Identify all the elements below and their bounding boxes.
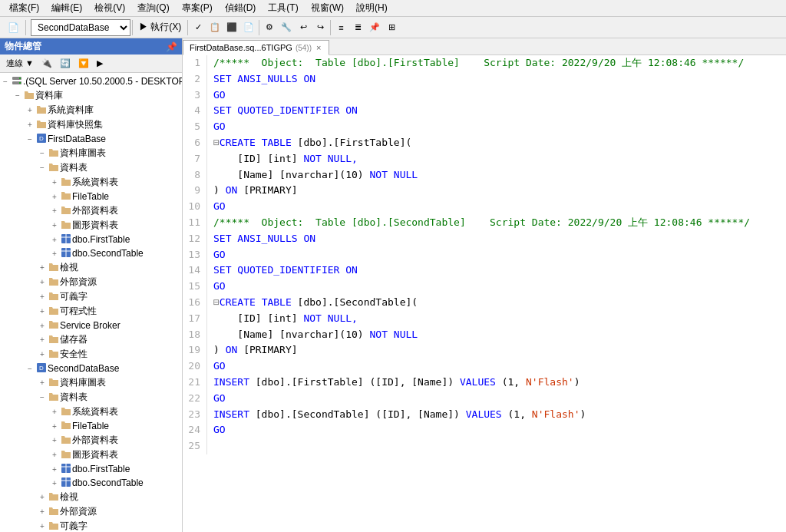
menu-query[interactable]: 查詢(Q) [131,1,175,15]
line-content[interactable]: SET ANSI_NULLS ON [213,231,786,247]
tree-item[interactable]: −D FirstDataBase [0,132,182,146]
menu-window[interactable]: 視窗(W) [305,1,350,15]
tree-item[interactable]: − 資料庫 [0,88,182,103]
tree-item[interactable]: + 外部資源 [0,504,182,519]
tree-item[interactable]: + dbo.SecondTable [0,476,182,490]
tree-item[interactable]: − .(SQL Server 10.50.2000.5 - DESKTOP-P6… [0,74,182,88]
tree-expand-icon[interactable]: + [37,350,48,359]
toolbar-icon-9[interactable]: ≡ [332,19,349,36]
menu-view[interactable]: 檢視(V) [88,1,131,15]
tree-item[interactable]: + 外部資料表 [0,433,182,448]
line-content[interactable]: [ID] [int] NOT NULL, [213,151,786,167]
toolbar-icon-10[interactable]: ≣ [349,19,366,36]
tree-expand-icon[interactable]: + [37,278,48,286]
toolbar-icon-5[interactable]: ⚙ [261,19,278,36]
line-content[interactable]: SET QUOTED_IDENTIFIER ON [213,263,786,279]
tree-item[interactable]: + 可程式性 [0,304,182,319]
toolbar-icon-2[interactable]: 📋 [206,19,223,36]
toolbar-icon-7[interactable]: ↩ [295,19,312,36]
tree-item[interactable]: + 安全性 [0,347,182,362]
tree-expand-icon[interactable]: + [37,322,48,330]
toolbar-icon-1[interactable]: ✓ [190,19,206,36]
tree-item[interactable]: − 資料庫圖表 [0,146,182,160]
tree-item[interactable]: + FileTable [0,419,182,433]
tree-item[interactable]: − 資料表 [0,390,182,405]
tree-item[interactable]: + 檢視 [0,490,182,504]
menu-tools[interactable]: 工具(T) [262,1,304,15]
tree-expand-icon[interactable]: + [49,249,60,258]
tree-expand-icon[interactable]: − [25,365,35,373]
tree-item[interactable]: + dbo.FirstTable [0,233,182,246]
tree-item[interactable]: + 檢視 [0,260,182,275]
tree-item[interactable]: + 外部資源 [0,275,182,289]
tree-item[interactable]: + 外部資料表 [0,203,182,218]
line-content[interactable]: INSERT [dbo].[SecondTable] ([ID], [Name]… [213,407,786,423]
tree-expand-icon[interactable]: + [49,207,60,215]
expand-button[interactable]: ▶ [94,57,106,70]
line-content[interactable]: GO [213,247,786,263]
toolbar-newquery[interactable]: 📄 [3,21,24,35]
tree-expand-icon[interactable]: − [37,393,48,401]
tree-item[interactable]: − 資料表 [0,160,182,175]
toolbar-icon-3[interactable]: ⬛ [223,19,240,36]
line-content[interactable]: GO [213,422,786,438]
line-content[interactable]: GO [213,279,786,295]
line-content[interactable]: SET QUOTED_IDENTIFIER ON [213,103,786,119]
tree-expand-icon[interactable]: + [49,408,60,416]
execute-button[interactable]: ▶ 執行(X) [134,19,186,35]
tree-item[interactable]: + 系統資料庫 [0,103,182,117]
tree-expand-icon[interactable]: + [49,465,60,474]
line-content[interactable] [213,438,786,454]
line-content[interactable]: ⊟CREATE TABLE [dbo].[FirstTable]( [213,135,786,151]
tree-expand-icon[interactable]: + [49,236,60,244]
tree-item[interactable]: + Service Broker [0,319,182,332]
line-content[interactable]: GO [213,199,786,215]
tree-expand-icon[interactable]: + [49,479,60,487]
line-content[interactable]: [Name] [nvarchar](10) NOT NULL [213,327,786,343]
tree-expand-icon[interactable]: − [37,149,48,157]
tree-expand-icon[interactable]: + [49,451,60,459]
line-content[interactable]: GO [213,359,786,375]
filter-button[interactable]: 🔽 [75,57,92,70]
tree-expand-icon[interactable]: − [25,135,35,144]
tree-expand-icon[interactable]: + [37,292,48,301]
line-content[interactable]: /***** Object: Table [dbo].[FirstTable] … [213,55,786,71]
tree-expand-icon[interactable]: + [25,106,35,114]
disconnect-button[interactable]: 🔌 [38,57,55,70]
tree-expand-icon[interactable]: + [25,121,35,129]
line-content[interactable]: ) ON [PRIMARY] [213,342,786,359]
tree-expand-icon[interactable]: + [49,193,60,201]
toolbar-icon-8[interactable]: ↪ [312,19,329,36]
tree-item[interactable]: + 系統資料表 [0,175,182,190]
tree-expand-icon[interactable]: + [49,221,60,230]
line-content[interactable]: GO [213,119,786,135]
database-dropdown[interactable]: SecondDataBase FirstDataBase master [31,19,130,36]
line-content[interactable]: [ID] [int] NOT NULL, [213,311,786,327]
tree-item[interactable]: + 圖形資料表 [0,218,182,233]
tree-expand-icon[interactable]: + [37,378,48,387]
menu-project[interactable]: 專案(P) [176,1,219,15]
line-content[interactable]: [Name] [nvarchar](10) NOT NULL [213,167,786,183]
menu-help[interactable]: 說明(H) [350,1,394,15]
tree-item[interactable]: + FileTable [0,190,182,203]
tab-close-button[interactable]: × [315,43,322,52]
toolbar-icon-6[interactable]: 🔧 [278,19,295,36]
collapse-indicator[interactable]: ⊟ [213,137,220,148]
menu-file[interactable]: 檔案(F) [3,1,45,15]
tree-item[interactable]: + 資料庫快照集 [0,117,182,132]
line-content[interactable]: GO [213,88,786,104]
tree-item[interactable]: + dbo.FirstTable [0,462,182,476]
refresh-button[interactable]: 🔄 [57,57,74,70]
tree-expand-icon[interactable]: − [0,78,11,86]
tree-expand-icon[interactable]: + [37,507,48,516]
tree-item[interactable]: + dbo.SecondTable [0,246,182,260]
menu-edit[interactable]: 編輯(E) [45,1,88,15]
line-content[interactable]: /***** Object: Table [dbo].[SecondTable]… [213,215,786,231]
line-content[interactable]: ⊟CREATE TABLE [dbo].[SecondTable]( [213,295,786,311]
tree-expand-icon[interactable]: + [37,493,48,501]
db-selector[interactable]: SecondDataBase FirstDataBase master [31,19,130,36]
query-tab[interactable]: FirstDataBase.sq...6TIGPG (54)) × [183,40,329,55]
toolbar-icon-4[interactable]: 📄 [240,19,257,36]
collapse-indicator[interactable]: ⊟ [213,296,220,308]
tree-expand-icon[interactable]: + [37,307,48,316]
